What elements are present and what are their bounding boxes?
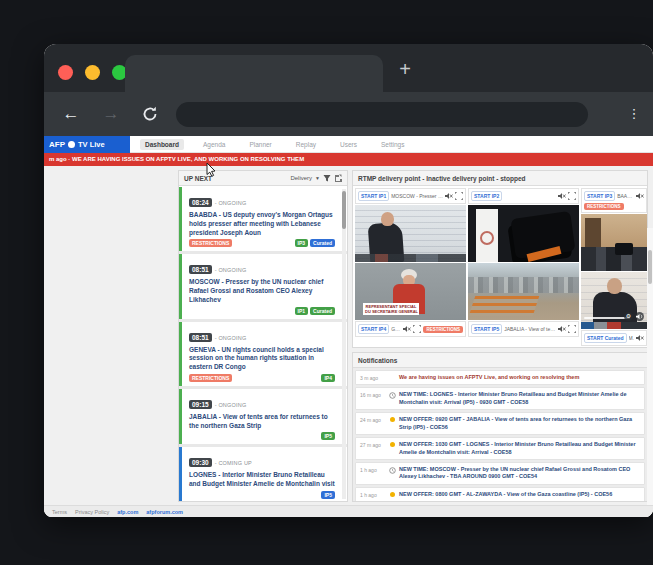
tab-users[interactable]: Users: [335, 139, 362, 150]
address-bar[interactable]: [176, 102, 588, 127]
restrictions-badge: RESTRICTIONS: [189, 374, 232, 382]
start-button-ip3[interactable]: START IP3: [584, 191, 615, 201]
fullscreen-icon[interactable]: [455, 192, 463, 200]
terms-link[interactable]: Terms: [52, 509, 67, 515]
privacy-policy-link[interactable]: Privacy Policy: [75, 509, 109, 515]
logo-tvlive-text: TV Live: [78, 140, 105, 149]
tile-title: JABALIA - View of tents ...: [504, 326, 556, 332]
video-thumb-ip5-jabalia[interactable]: [468, 263, 579, 320]
tab-agenda[interactable]: Agenda: [198, 139, 230, 150]
event-status: ONGOING: [215, 402, 247, 408]
start-button-ip5[interactable]: START IP5: [471, 324, 502, 334]
up-next-panel: UP NEXT Delivery ▼ 08:24ONGOING BAABDA -…: [178, 170, 348, 502]
browser-menu-icon[interactable]: ⋮: [627, 102, 641, 126]
event-status: ONGOING: [215, 200, 247, 206]
event-title: BAABDA - US deputy envoy's Morgan Ortagu…: [189, 211, 335, 237]
up-next-header: UP NEXT Delivery ▼: [179, 171, 347, 186]
afp-tv-live-app: AFP TV Live Dashboard Agenda Planner Rep…: [44, 136, 653, 517]
restrictions-badge: RESTRICTIONS: [584, 203, 624, 210]
back-icon[interactable]: ←: [58, 101, 84, 127]
up-next-list: 08:24ONGOING BAABDA - US deputy envoy's …: [179, 187, 347, 501]
start-button-ip1[interactable]: START IP1: [358, 191, 389, 201]
tab-replay[interactable]: Replay: [291, 139, 321, 150]
scrollbar-thumb[interactable]: [342, 191, 346, 229]
close-window-icon[interactable]: [58, 65, 73, 80]
reload-icon[interactable]: [140, 104, 160, 124]
notification-row[interactable]: 16 m ago NEW TIME: LOGNES - Interior Min…: [355, 387, 645, 410]
event-status: ONGOING: [215, 335, 247, 341]
list-scrollbar[interactable]: [342, 189, 346, 499]
afp-tv-live-logo[interactable]: AFP TV Live: [44, 136, 130, 153]
event-title: JABALIA - View of tents area for returne…: [189, 413, 335, 431]
list-item-jabalia[interactable]: 09:15ONGOING JABALIA - View of tents are…: [179, 389, 347, 445]
tile-title: GENEVA - UN rights cou...: [391, 326, 401, 332]
forward-icon[interactable]: →: [98, 101, 124, 127]
mute-icon[interactable]: [558, 325, 566, 333]
fullscreen-icon[interactable]: [413, 325, 421, 333]
minimize-window-icon[interactable]: [85, 65, 100, 80]
start-button-curated[interactable]: START Curated: [584, 333, 627, 343]
page-scrollbar[interactable]: [647, 228, 653, 517]
delivery-filter[interactable]: Delivery ▼: [290, 174, 342, 182]
pop-out-icon[interactable]: [334, 174, 342, 182]
event-status: COMING UP: [215, 460, 252, 466]
video-thumb-ip4-geneva[interactable]: REPRESENTANT SPECIAL DU SECRETAIRE GENER…: [355, 263, 466, 320]
video-volume-icon[interactable]: [635, 312, 644, 321]
event-time-badge: 08:51: [189, 265, 212, 274]
event-time-badge: 09:30: [189, 458, 212, 467]
list-item-lognes[interactable]: 09:30COMING UP LOGNES - Interior Ministe…: [179, 447, 347, 501]
app-footer: Terms Privacy Policy afp.com afpforum.co…: [44, 505, 653, 517]
fullscreen-icon[interactable]: [568, 325, 576, 333]
mute-icon[interactable]: [558, 192, 566, 200]
list-item-geneva[interactable]: 08:51ONGOING GENEVA - UN rights council …: [179, 322, 347, 386]
afpforum-com-link[interactable]: afpforum.com: [146, 509, 183, 515]
lower-third-caption: REPRESENTANT SPECIAL DU SECRETAIRE GENER…: [363, 303, 419, 315]
start-button-ip2[interactable]: START IP2: [471, 191, 502, 201]
rtmp-delivery-panel: RTMP delivery point - Inactive delivery …: [352, 170, 648, 348]
afp-com-link[interactable]: afp.com: [117, 509, 138, 515]
browser-toolbar: ← → ⋮: [44, 92, 653, 136]
tab-dashboard[interactable]: Dashboard: [140, 139, 184, 150]
issues-alert-banner: m ago · WE ARE HAVING ISSUES ON AFPTV LI…: [44, 153, 653, 166]
list-item-baabda[interactable]: 08:24ONGOING BAABDA - US deputy envoy's …: [179, 187, 347, 251]
list-item-moscow[interactable]: 08:51ONGOING MOSCOW - Presser by the UN …: [179, 254, 347, 318]
restrictions-badge: RESTRICTIONS: [423, 326, 463, 333]
browser-tab[interactable]: [125, 55, 383, 92]
new-tab-icon[interactable]: +: [392, 56, 418, 82]
logo-globe-icon: [68, 141, 75, 148]
clock-icon: [389, 467, 396, 474]
fullscreen-icon[interactable]: [568, 192, 576, 200]
video-thumb-curated-moscow[interactable]: ⚙: [581, 272, 647, 329]
notification-row[interactable]: 1 h ago NEW OFFER: 0800 GMT - AL-ZAWAYDA…: [355, 487, 645, 502]
notification-row[interactable]: 1 h ago NEW TIME: MOSCOW - Presser by th…: [355, 462, 645, 485]
notification-row[interactable]: 27 m ago NEW OFFER: 1030 GMT - LOGNES - …: [355, 437, 645, 460]
clock-icon: [389, 392, 396, 399]
screenshot-stage: + ← → ⋮ AFP TV Live Dashboard Agenda: [0, 0, 653, 565]
rtmp-title: RTMP delivery point - Inactive delivery …: [358, 175, 525, 182]
mute-icon[interactable]: [403, 325, 411, 333]
tile-header-ip5: START IP5 JABALIA - View of tents ...: [468, 321, 579, 337]
tile-header-ip2: START IP2: [468, 188, 579, 204]
video-thumb-ip2-camera[interactable]: [468, 205, 579, 262]
start-button-ip4[interactable]: START IP4: [358, 324, 389, 334]
tile-header-curated: START Curated MOSCOW - Press...: [581, 330, 647, 346]
mute-icon[interactable]: [445, 192, 453, 200]
tab-settings[interactable]: Settings: [376, 139, 410, 150]
event-title: GENEVA - UN rights council holds a speci…: [189, 346, 335, 372]
scrollbar-thumb[interactable]: [648, 250, 652, 284]
tab-planner[interactable]: Planner: [244, 139, 276, 150]
notification-row[interactable]: 3 m ago We are having issues on AFPTV Li…: [355, 370, 645, 385]
filter-funnel-icon[interactable]: [323, 174, 331, 182]
tile-header-ip4: START IP4 GENEVA - UN rights cou... REST…: [355, 321, 466, 337]
new-offer-dot-icon: [390, 417, 395, 422]
notification-row[interactable]: 24 m ago NEW OFFER: 0920 GMT - JABALIA -…: [355, 412, 645, 435]
event-time-badge: 08:24: [189, 198, 212, 207]
video-thumb-ip1-moscow[interactable]: [355, 205, 466, 262]
mute-icon[interactable]: [636, 334, 644, 342]
video-thumb-ip3-baabda[interactable]: [581, 214, 647, 271]
caret-down-icon: ▼: [315, 175, 320, 181]
delivery-badge: Curated: [310, 307, 335, 315]
mute-icon[interactable]: [636, 192, 644, 200]
video-settings-gear-icon[interactable]: ⚙: [624, 312, 633, 321]
new-offer-dot-icon: [390, 492, 395, 497]
